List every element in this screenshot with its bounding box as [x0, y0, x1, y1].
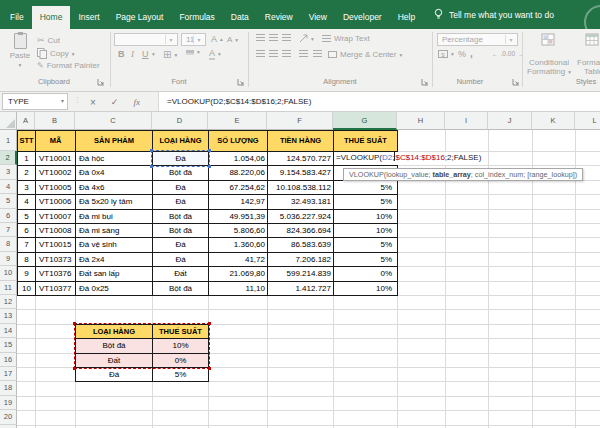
range-handle[interactable]: [208, 367, 211, 370]
header-cell-E1[interactable]: SỐ LƯỢNG: [208, 130, 268, 152]
cell-G4[interactable]: 5%: [333, 180, 398, 195]
cell-C8[interactable]: Đá vệ sinh: [75, 237, 153, 252]
cell-E3[interactable]: 88.220,06: [208, 165, 268, 180]
header-cell-C1[interactable]: SẢN PHẨM: [75, 130, 153, 152]
column-header-H[interactable]: H: [397, 112, 445, 130]
conditional-formatting-button2[interactable]: Formatting▾: [527, 67, 571, 76]
merge-center-button[interactable]: Merge & Center▾: [328, 50, 402, 59]
cell-F9[interactable]: 7.206.182: [267, 252, 334, 267]
conditional-formatting-button[interactable]: Conditional: [527, 58, 571, 67]
lookup-cell-C17[interactable]: Đá: [75, 367, 153, 382]
row-header-1[interactable]: 1: [0, 130, 17, 151]
tab-help[interactable]: Help: [390, 6, 423, 29]
cell-D9[interactable]: Đá: [152, 252, 209, 267]
cell-B9[interactable]: VT10373: [35, 252, 76, 267]
tab-file[interactable]: File: [2, 6, 32, 29]
tab-data[interactable]: Data: [223, 6, 257, 29]
align-center-button[interactable]: [269, 50, 278, 58]
cell-A11[interactable]: 10: [17, 281, 36, 296]
cell-D3[interactable]: Bột đá: [152, 165, 209, 180]
cell-G9[interactable]: 5%: [333, 252, 398, 267]
borders-button[interactable]: ⊞▾: [163, 49, 177, 60]
cell-B3[interactable]: VT10002: [35, 165, 76, 180]
cell-E10[interactable]: 21.069,80: [208, 266, 268, 281]
tab-insert[interactable]: Insert: [70, 6, 107, 29]
row-header-6[interactable]: 6: [0, 209, 17, 223]
header-cell-D1[interactable]: LOẠI HÀNG: [152, 130, 209, 152]
cell-D10[interactable]: Đất: [152, 266, 209, 281]
number-dialog-launcher[interactable]: [512, 78, 520, 86]
row-header-13[interactable]: 13: [0, 309, 17, 323]
range-handle[interactable]: [208, 149, 211, 152]
cell-E2[interactable]: 1.054,06: [208, 151, 268, 166]
cell-G6[interactable]: 10%: [333, 209, 398, 224]
cell-F11[interactable]: 1.412.727: [267, 281, 334, 296]
cell-F7[interactable]: 824.366.694: [267, 223, 334, 238]
align-bottom-button[interactable]: [282, 34, 291, 42]
cell-D11[interactable]: Bột đá: [152, 281, 209, 296]
tab-developer[interactable]: Developer: [335, 6, 390, 29]
cell-C9[interactable]: Đá 2x4: [75, 252, 153, 267]
row-header-3[interactable]: 3: [0, 165, 17, 179]
copy-button[interactable]: Copy ▾: [37, 48, 74, 59]
cell-D4[interactable]: Đá: [152, 180, 209, 195]
cell-C3[interactable]: Đá 0x4: [75, 165, 153, 180]
tab-page-layout[interactable]: Page Layout: [108, 6, 172, 29]
cell-C7[interactable]: Đá mi sáng: [75, 223, 153, 238]
increase-decimal-button[interactable]: ←.0: [492, 50, 506, 57]
range-handle[interactable]: [150, 165, 153, 168]
lookup-cell-D17[interactable]: 5%: [152, 367, 209, 382]
row-header-12[interactable]: 12: [0, 295, 17, 309]
column-header-F[interactable]: F: [267, 112, 333, 130]
cell-E4[interactable]: 67.254,62: [208, 180, 268, 195]
cell-D6[interactable]: Bột đá: [152, 209, 209, 224]
cell-A10[interactable]: 9: [17, 266, 36, 281]
cell-G5[interactable]: 5%: [333, 194, 398, 209]
cell-C4[interactable]: Đá 4x6: [75, 180, 153, 195]
range-handle[interactable]: [150, 149, 153, 152]
cell-F4[interactable]: 10.108.538.112: [267, 180, 334, 195]
cell-B11[interactable]: VT10377: [35, 281, 76, 296]
comma-style-button[interactable]: ,: [470, 48, 473, 59]
format-painter-button[interactable]: ✎ Format Painter: [37, 61, 100, 70]
align-top-button[interactable]: [256, 34, 265, 42]
range-handle[interactable]: [208, 322, 211, 325]
column-header-E[interactable]: E: [208, 112, 267, 130]
row-header-9[interactable]: 9: [0, 252, 17, 266]
formula-input[interactable]: =VLOOKUP(D2;$C$14:$D$16;2;FALSE): [158, 92, 600, 111]
column-header-J[interactable]: J: [488, 112, 532, 130]
cell-E5[interactable]: 142,97: [208, 194, 268, 209]
cell-E6[interactable]: 49.951,39: [208, 209, 268, 224]
column-header-I[interactable]: I: [445, 112, 488, 130]
row-header-5[interactable]: 5: [0, 194, 17, 208]
bold-button[interactable]: B: [118, 49, 125, 59]
row-header-19[interactable]: 19: [0, 396, 17, 410]
font-name-combo[interactable]: ▾: [114, 33, 178, 46]
tab-view[interactable]: View: [301, 6, 335, 29]
insert-function-button[interactable]: fx: [133, 97, 140, 107]
cell-D5[interactable]: Đá: [152, 194, 209, 209]
row-header-21[interactable]: 21: [0, 425, 17, 428]
header-cell-A1[interactable]: STT: [17, 130, 36, 152]
increase-indent-button[interactable]: [313, 50, 322, 58]
align-middle-button[interactable]: [269, 34, 278, 42]
percent-style-button[interactable]: %: [458, 49, 466, 59]
row-header-4[interactable]: 4: [0, 180, 17, 194]
decrease-indent-button[interactable]: [299, 50, 308, 58]
cell-A2[interactable]: 1: [17, 151, 36, 166]
cell-C6[interactable]: Đá mi bụi: [75, 209, 153, 224]
header-cell-G1[interactable]: THUẾ SUẤT: [333, 130, 398, 152]
cell-B5[interactable]: VT10006: [35, 194, 76, 209]
number-format-combo[interactable]: Percentage▾: [437, 33, 518, 46]
cell-F3[interactable]: 9.154.583.427: [267, 165, 334, 180]
enter-button[interactable]: ✓: [111, 97, 119, 107]
font-dialog-launcher[interactable]: [237, 78, 245, 86]
cell-E9[interactable]: 41,72: [208, 252, 268, 267]
shrink-font-button[interactable]: A▾: [227, 35, 238, 44]
cell-D7[interactable]: Bột đá: [152, 223, 209, 238]
decrease-decimal-button[interactable]: .00→: [506, 50, 524, 57]
cell-B8[interactable]: VT10015: [35, 237, 76, 252]
fill-color-button[interactable]: ▾: [186, 49, 200, 55]
range-handle[interactable]: [73, 322, 76, 325]
row-header-16[interactable]: 16: [0, 353, 17, 367]
